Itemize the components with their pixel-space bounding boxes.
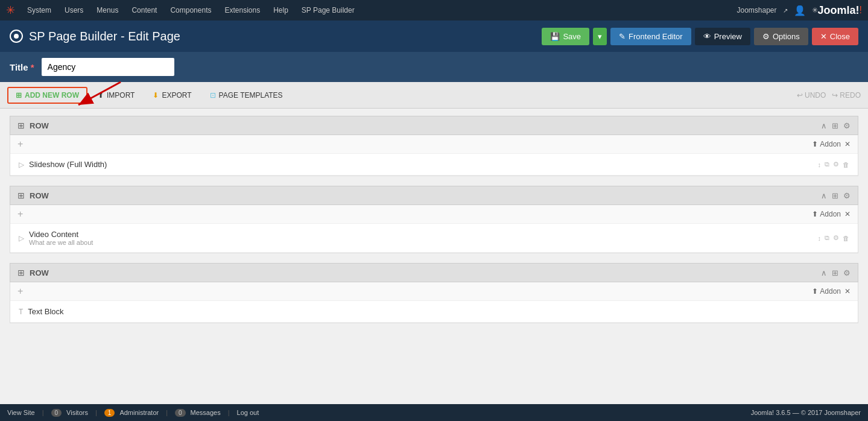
options-button[interactable]: ⚙ Options [754, 28, 808, 45]
close-button[interactable]: ✕ Close [812, 28, 858, 45]
row-1-header: ⊞ ROW ∧ ⊞ ⚙ [10, 116, 858, 135]
page-templates-button[interactable]: ⊡ PAGE TEMPLATES [202, 87, 291, 103]
row-2-settings-icon[interactable]: ⚙ [843, 191, 851, 200]
row-1-play-icon: ▷ [19, 160, 24, 169]
logout-link[interactable]: Log out [237, 409, 259, 416]
nav-sp-page-builder[interactable]: SP Page Builder [296, 2, 361, 18]
row-2-col-plus-icon[interactable]: + [17, 209, 23, 220]
row-1-col-header: + ⬆ Addon ✕ [10, 135, 858, 154]
messages-badge: 0 [175, 409, 186, 417]
separator-3: | [166, 409, 168, 416]
export-icon: ⬇ [153, 91, 159, 100]
nav-system[interactable]: System [21, 2, 57, 18]
nav-extensions[interactable]: Extensions [218, 2, 266, 18]
add-new-row-button[interactable]: ⊞ ADD NEW ROW [7, 87, 87, 104]
export-button[interactable]: ⬇ EXPORT [145, 87, 199, 103]
row-2-addon-title[interactable]: Video Content [29, 230, 93, 239]
row-3-addon-title[interactable]: Text Block [28, 307, 63, 316]
title-bar: Title * [0, 52, 868, 82]
save-dropdown-button[interactable]: ▾ [593, 28, 607, 45]
row-2-addon-subtitle: What are we all about [29, 239, 93, 246]
row-2-addon-duplicate[interactable]: ⧉ [825, 234, 829, 242]
row-3-col-plus-icon[interactable]: + [17, 286, 23, 297]
version-info: Joomla! 3.6.5 — © 2017 Joomshaper [751, 409, 861, 416]
nav-users[interactable]: Users [59, 2, 89, 18]
row-2-collapse-icon[interactable]: ∧ [821, 191, 827, 200]
admin-badge: 1 [104, 409, 115, 417]
visitors-badge: 0 [51, 409, 62, 417]
nav-content[interactable]: Content [125, 2, 163, 18]
required-marker: * [28, 62, 34, 72]
gear-icon: ⚙ [762, 32, 770, 41]
redo-button[interactable]: ↪ REDO [832, 91, 861, 100]
redo-icon: ↪ [832, 91, 838, 100]
row-2-plus-icon[interactable]: ⊞ [17, 191, 25, 200]
row-3-plus-icon[interactable]: ⊞ [17, 268, 25, 277]
title-input[interactable] [42, 58, 174, 76]
row-3-layout-icon[interactable]: ⊞ [832, 268, 838, 277]
close-label: Close [830, 32, 850, 41]
row-1-col-header-right: ⬆ Addon ✕ [812, 140, 851, 148]
messages-label: Messages [191, 409, 221, 416]
save-button[interactable]: 💾 Save [542, 28, 589, 45]
row-2-addon-delete[interactable]: 🗑 [843, 235, 849, 242]
row-2-addon-move[interactable]: ↕ [818, 235, 822, 242]
row-2-play-icon: ▷ [19, 234, 24, 242]
row-3-col-header: + ⬆ Addon ✕ [10, 282, 858, 301]
nav-help[interactable]: Help [267, 2, 294, 18]
row-2-layout-icon[interactable]: ⊞ [832, 191, 838, 200]
undo-icon: ↩ [797, 91, 803, 100]
row-1-addon-button[interactable]: ⬆ Addon [812, 140, 841, 148]
row-1-addon-settings[interactable]: ⚙ [833, 160, 839, 168]
preview-button[interactable]: 👁 Preview [695, 28, 750, 45]
row-1-settings-icon[interactable]: ⚙ [843, 121, 851, 130]
row-2-col-header-right: ⬆ Addon ✕ [812, 210, 851, 218]
joomla-exclamation: ! [860, 5, 862, 16]
row-2-addon-settings[interactable]: ⚙ [833, 234, 839, 242]
row-3-settings-icon[interactable]: ⚙ [843, 268, 851, 277]
nav-menus[interactable]: Menus [90, 2, 124, 18]
row-1-addon-title[interactable]: Slideshow (Full Width) [29, 160, 107, 169]
row-3-remove-col-icon[interactable]: ✕ [844, 287, 851, 296]
frontend-editor-button[interactable]: ✎ Frontend Editor [610, 28, 691, 45]
row-1-addon-delete[interactable]: 🗑 [843, 161, 849, 168]
separator-1: | [42, 409, 44, 416]
row-1-plus-icon[interactable]: ⊞ [17, 121, 25, 130]
row-2-actions: ∧ ⊞ ⚙ [821, 191, 851, 200]
title-field-label: Title * [10, 62, 34, 72]
row-2-remove-col-icon[interactable]: ✕ [844, 210, 851, 218]
row-1-addon-actions: ↕ ⧉ ⚙ 🗑 [818, 160, 850, 168]
row-1-addon-move[interactable]: ↕ [818, 161, 822, 168]
nav-components[interactable]: Components [164, 2, 217, 18]
row-2-addon-label: Addon [820, 210, 841, 218]
row-1-layout-icon[interactable]: ⊞ [832, 121, 838, 130]
row-3-addon-info: Text Block [28, 307, 63, 316]
undo-button[interactable]: ↩ UNDO [797, 91, 826, 100]
page-icon [10, 30, 23, 43]
top-navigation: ✳ System Users Menus Content Components … [0, 0, 868, 21]
view-site-link[interactable]: View Site [7, 409, 35, 416]
row-2-label: ROW [30, 191, 816, 200]
user-name[interactable]: Joomshaper [737, 6, 776, 14]
row-3-collapse-icon[interactable]: ∧ [821, 268, 827, 277]
import-button[interactable]: ⬆ IMPORT [90, 87, 142, 103]
row-1-addon-label: Addon [820, 140, 841, 148]
redo-label: REDO [840, 91, 861, 100]
row-block-1: ⊞ ROW ∧ ⊞ ⚙ + ⬆ Addon ✕ ▷ [10, 116, 858, 176]
admin-label: Administrator [119, 409, 159, 416]
main-content: ⊞ ROW ∧ ⊞ ⚙ + ⬆ Addon ✕ ▷ [0, 109, 868, 421]
row-3-play-icon: T [19, 308, 23, 316]
row-1-col-plus-icon[interactable]: + [17, 139, 23, 150]
row-1-addon-duplicate[interactable]: ⧉ [825, 160, 829, 168]
row-3-addon-button[interactable]: ⬆ Addon [812, 287, 841, 296]
row-1-addon-info: Slideshow (Full Width) [29, 160, 107, 169]
external-link-icon: ↗ [783, 7, 788, 14]
row-1-content: + ⬆ Addon ✕ ▷ Slideshow (Full Width) ↕ ⧉ [10, 135, 858, 176]
user-icon[interactable]: 👤 [794, 5, 806, 16]
row-1-remove-col-icon[interactable]: ✕ [844, 140, 851, 148]
row-2-addon-button[interactable]: ⬆ Addon [812, 210, 841, 218]
page-templates-label: PAGE TEMPLATES [219, 91, 283, 100]
row-block-3: ⊞ ROW ∧ ⊞ ⚙ + ⬆ Addon ✕ T [10, 263, 858, 323]
row-1-collapse-icon[interactable]: ∧ [821, 121, 827, 130]
row-block-2: ⊞ ROW ∧ ⊞ ⚙ + ⬆ Addon ✕ ▷ [10, 186, 858, 253]
